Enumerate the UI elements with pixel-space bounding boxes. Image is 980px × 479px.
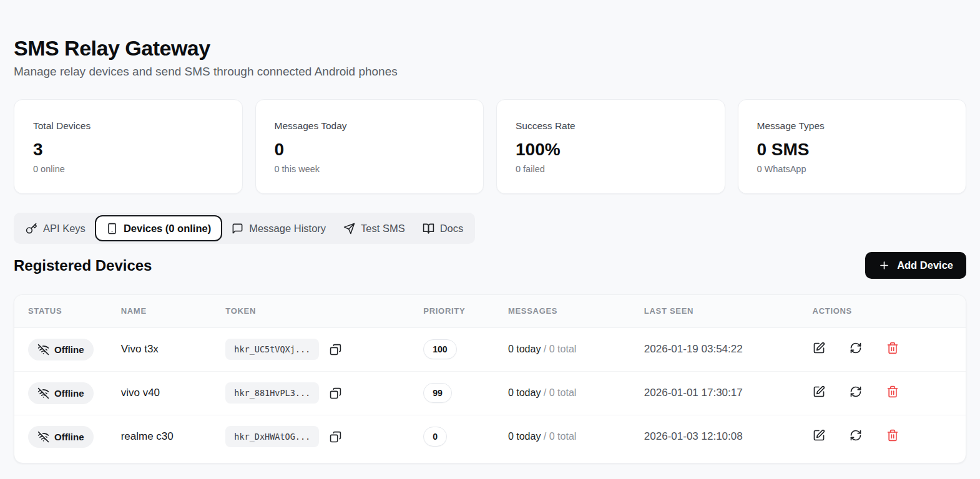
stat-sub: 0 WhatsApp	[757, 164, 948, 174]
messages-total: / 0 total	[544, 431, 576, 442]
devices-table-card: STATUS NAME TOKEN PRIORITY MESSAGES LAST…	[14, 294, 966, 463]
plus-icon	[878, 259, 890, 271]
column-header-status: STATUS	[14, 295, 121, 327]
device-name: Vivo t3x	[121, 343, 159, 355]
priority-badge: 99	[423, 383, 452, 403]
smartphone-icon	[106, 223, 118, 235]
last-seen: 2026-01-03 12:10:08	[644, 430, 743, 442]
stat-card-messages-today: Messages Today 0 0 this week	[255, 99, 484, 194]
delete-device-button[interactable]	[886, 429, 899, 442]
messages-total: / 0 total	[544, 387, 576, 398]
status-badge: Offline	[28, 426, 94, 448]
devices-section-header: Registered Devices Add Device	[14, 252, 966, 279]
tab-label: Test SMS	[361, 223, 405, 235]
status-badge: Offline	[28, 382, 94, 404]
delete-device-button[interactable]	[886, 385, 899, 398]
stat-card-message-types: Message Types 0 SMS 0 WhatsApp	[738, 99, 967, 194]
device-name: realme c30	[121, 430, 174, 442]
refresh-token-button[interactable]	[850, 342, 862, 354]
tab-message-history[interactable]: Message History	[223, 215, 334, 241]
priority-badge: 100	[423, 339, 456, 359]
stat-value: 0 SMS	[757, 140, 948, 160]
token-value: hkr_DxHWAtOG...	[225, 426, 319, 447]
stat-value: 3	[33, 140, 223, 160]
stat-value: 100%	[516, 140, 706, 160]
devices-table: STATUS NAME TOKEN PRIORITY MESSAGES LAST…	[14, 295, 966, 458]
add-device-label: Add Device	[897, 259, 953, 271]
last-seen: 2026-01-19 03:54:22	[644, 343, 743, 355]
edit-device-button[interactable]	[813, 385, 825, 398]
stat-sub: 0 this week	[275, 164, 465, 174]
priority-badge: 0	[423, 427, 447, 447]
copy-token-button[interactable]	[330, 344, 341, 356]
tab-label: Devices (0 online)	[124, 223, 211, 235]
stat-value: 0	[275, 140, 465, 160]
stat-label: Total Devices	[33, 120, 223, 132]
status-label: Offline	[54, 432, 84, 442]
stats-row: Total Devices 3 0 online Messages Today …	[14, 99, 966, 194]
table-row: Offline Vivo t3x hkr_UC5tVQXj... 100 0 t…	[14, 327, 966, 371]
tab-label: Docs	[440, 223, 464, 235]
stat-card-success-rate: Success Rate 100% 0 failed	[496, 99, 725, 194]
edit-device-button[interactable]	[813, 342, 825, 354]
column-header-priority: PRIORITY	[423, 295, 508, 327]
section-title: Registered Devices	[14, 257, 152, 274]
token-value: hkr_UC5tVQXj...	[225, 339, 319, 360]
device-table-body: Offline Vivo t3x hkr_UC5tVQXj... 100 0 t…	[14, 327, 966, 458]
column-header-token: TOKEN	[225, 295, 423, 327]
column-header-messages: MESSAGES	[508, 295, 644, 327]
messages-total: / 0 total	[544, 344, 576, 354]
wifi-off-icon	[37, 344, 49, 356]
refresh-token-button[interactable]	[850, 429, 862, 442]
token-value: hkr_881HvPL3...	[225, 382, 319, 404]
add-device-button[interactable]: Add Device	[865, 252, 966, 279]
column-header-actions: ACTIONS	[813, 295, 966, 327]
stat-label: Success Rate	[516, 120, 706, 132]
delete-device-button[interactable]	[886, 342, 899, 354]
messages-today: 0 today	[508, 387, 541, 398]
page: SMS Relay Gateway Manage relay devices a…	[0, 0, 980, 463]
tab-bar: API Keys Devices (0 online) Message Hist…	[14, 213, 475, 244]
page-title: SMS Relay Gateway	[14, 36, 966, 60]
page-subtitle: Manage relay devices and send SMS throug…	[14, 65, 966, 79]
table-row: Offline realme c30 hkr_DxHWAtOG... 0 0 t…	[14, 415, 966, 458]
messages-today: 0 today	[508, 431, 541, 442]
tab-devices[interactable]: Devices (0 online)	[95, 215, 222, 241]
table-header-row: STATUS NAME TOKEN PRIORITY MESSAGES LAST…	[14, 295, 966, 327]
tab-docs[interactable]: Docs	[414, 215, 472, 241]
table-row: Offline vivo v40 hkr_881HvPL3... 99 0 to…	[14, 371, 966, 415]
copy-token-button[interactable]	[330, 431, 341, 443]
status-label: Offline	[54, 388, 84, 399]
column-header-name: NAME	[121, 295, 226, 327]
send-icon	[343, 223, 355, 235]
status-badge: Offline	[28, 339, 94, 360]
messages-today: 0 today	[508, 344, 541, 354]
copy-token-button[interactable]	[330, 387, 341, 399]
device-name: vivo v40	[121, 387, 160, 399]
wifi-off-icon	[37, 387, 49, 399]
tab-test-sms[interactable]: Test SMS	[335, 215, 413, 241]
wifi-off-icon	[37, 431, 49, 443]
tab-label: Message History	[249, 223, 326, 235]
last-seen: 2026-01-01 17:30:17	[644, 387, 743, 399]
stat-label: Message Types	[757, 120, 948, 132]
stat-label: Messages Today	[275, 120, 465, 132]
status-label: Offline	[54, 344, 84, 355]
chat-icon	[232, 223, 243, 235]
column-header-last-seen: LAST SEEN	[644, 295, 813, 327]
stat-card-total-devices: Total Devices 3 0 online	[14, 99, 243, 194]
edit-device-button[interactable]	[813, 429, 825, 442]
tab-label: API Keys	[43, 223, 86, 235]
book-icon	[423, 223, 434, 235]
stat-sub: 0 failed	[516, 164, 706, 174]
refresh-token-button[interactable]	[850, 385, 862, 398]
tab-api-keys[interactable]: API Keys	[17, 215, 94, 241]
stat-sub: 0 online	[33, 164, 223, 174]
key-icon	[26, 223, 37, 235]
